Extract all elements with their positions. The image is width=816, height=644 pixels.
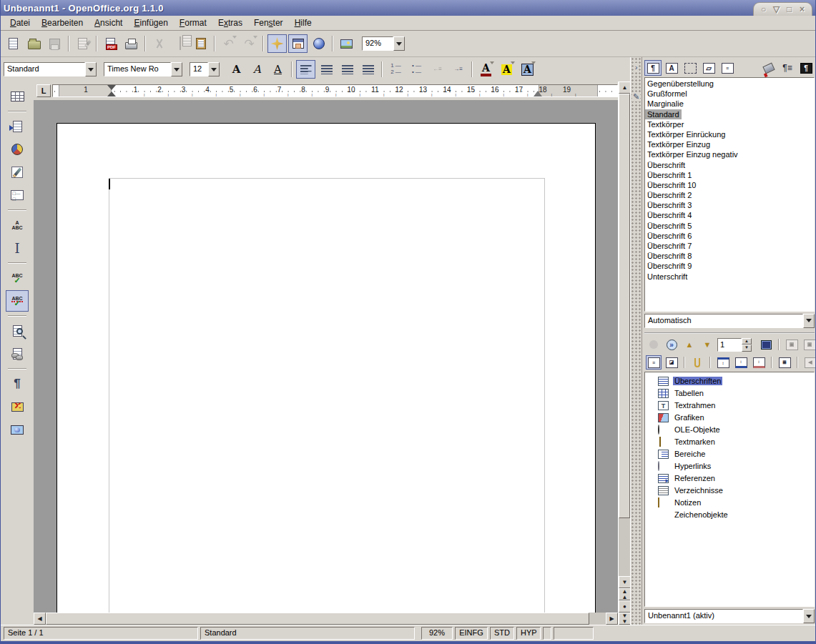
- increase-indent-button[interactable]: →≡: [448, 60, 468, 79]
- insert-table-button[interactable]: [6, 86, 29, 107]
- horizontal-ruler[interactable]: 1 1⊥2⊥3⊥4⊥5⊥6⊥7⊥8⊥9⊥10⊥11⊥12⊥13⊥14⊥15⊥16…: [52, 84, 618, 97]
- page-up-icon[interactable]: ▲: [742, 338, 752, 345]
- status-style[interactable]: Standard: [200, 627, 415, 640]
- style-item[interactable]: Überschrift 5: [645, 221, 814, 231]
- frame-styles-button[interactable]: [682, 60, 699, 76]
- numbered-list-button[interactable]: 1 —2 —: [386, 60, 405, 79]
- navigator-button[interactable]: [267, 34, 287, 53]
- set-reminder-button[interactable]: [689, 355, 705, 370]
- show-graphics-button[interactable]: [337, 34, 356, 53]
- back-button[interactable]: ▲: [682, 337, 697, 352]
- fill-format-button[interactable]: [760, 60, 777, 76]
- style-item[interactable]: Überschrift 1: [645, 170, 814, 180]
- nav-item-text-frames[interactable]: Textrahmen: [658, 400, 814, 412]
- zoom-value[interactable]: 92%: [362, 36, 393, 51]
- document-page[interactable]: [56, 123, 596, 613]
- nav-item-ole-objects[interactable]: OLE-Objekte: [658, 424, 814, 436]
- nav-item-sections[interactable]: Bereiche: [658, 448, 814, 460]
- scroll-left-icon[interactable]: ◀: [34, 613, 46, 625]
- zoom-dropdown-button[interactable]: [393, 36, 405, 51]
- online-layout-button[interactable]: [6, 419, 29, 440]
- menu-extras[interactable]: Extras: [213, 16, 247, 29]
- style-item-selected[interactable]: Standard: [645, 109, 682, 119]
- navigator-list[interactable]: Überschriften Tabellen Textrahmen Grafik…: [644, 372, 815, 608]
- header-button[interactable]: ↕: [715, 355, 731, 370]
- nav-item-tables[interactable]: Tabellen: [658, 387, 814, 400]
- draw-functions-button[interactable]: [6, 162, 29, 183]
- numbering-styles-button[interactable]: ≡: [719, 60, 736, 76]
- nav-item-references[interactable]: Referenzen: [658, 472, 814, 485]
- horizontal-scrollbar[interactable]: ◀ ▶: [34, 613, 618, 625]
- update-style-button[interactable]: ¶: [797, 60, 815, 76]
- export-pdf-button[interactable]: PDF: [101, 34, 120, 53]
- decrease-indent-button[interactable]: ←≡: [428, 60, 447, 79]
- nav-item-hyperlinks[interactable]: Hyperlinks: [658, 460, 814, 472]
- status-zoom[interactable]: 92%: [421, 627, 453, 640]
- nav-item-graphics[interactable]: Grafiken: [658, 412, 814, 424]
- edit-file-button[interactable]: [73, 34, 92, 53]
- autotext-button[interactable]: AABC: [6, 214, 29, 236]
- promote-chapter-button[interactable]: ▣: [784, 337, 800, 352]
- new-document-button[interactable]: [4, 34, 23, 53]
- anchor-text-button[interactable]: ↕: [751, 355, 767, 370]
- tab-type-selector[interactable]: L: [36, 84, 51, 97]
- style-item[interactable]: Textkörper Einzug negativ: [645, 149, 814, 159]
- panel-splitter[interactable]: › ✎: [630, 57, 642, 625]
- style-item[interactable]: Überschrift 4: [645, 210, 814, 220]
- hide-panel-icon[interactable]: ›: [634, 63, 639, 72]
- navigator-document-value[interactable]: Unbenannt1 (aktiv): [644, 609, 803, 623]
- nav-item-headings[interactable]: Überschriften: [658, 375, 814, 387]
- demote-chapter-button[interactable]: ▣: [802, 337, 816, 352]
- navigation-button[interactable]: »: [664, 337, 679, 352]
- insert-button[interactable]: [6, 116, 29, 137]
- show-root-button[interactable]: ◪: [664, 355, 679, 370]
- left-indent-marker[interactable]: [107, 91, 116, 96]
- style-filter-value[interactable]: Automatisch: [644, 314, 803, 328]
- style-item[interactable]: Überschrift: [645, 160, 814, 170]
- character-styles-button[interactable]: A: [663, 60, 680, 76]
- nav-item-bookmarks[interactable]: Textmarken: [658, 436, 814, 448]
- style-item[interactable]: Textkörper Einrückung: [645, 129, 814, 139]
- italic-button[interactable]: A: [247, 60, 267, 79]
- font-name-value[interactable]: Times New Ro: [104, 62, 171, 76]
- nav-item-indexes[interactable]: Verzeichnisse: [658, 485, 814, 497]
- maximize-icon[interactable]: □: [784, 4, 795, 15]
- stylist-button[interactable]: [288, 34, 308, 53]
- style-item[interactable]: Überschrift 7: [645, 241, 814, 251]
- dock-pin-icon[interactable]: ✎: [632, 92, 640, 101]
- outline-level-button[interactable]: ≣: [777, 355, 792, 370]
- highlight-button[interactable]: A: [497, 60, 516, 79]
- vertical-scrollbar[interactable]: ▲ ▼ ▲▲ ● ▼▼: [618, 81, 630, 625]
- drag-mode-button[interactable]: [758, 337, 774, 352]
- menu-bearbeiten[interactable]: Bearbeiten: [36, 16, 88, 29]
- gallery-button[interactable]: [309, 34, 328, 53]
- find-button[interactable]: [6, 320, 29, 342]
- align-center-button[interactable]: [317, 60, 336, 79]
- menu-datei[interactable]: Datei: [5, 16, 35, 29]
- direct-cursor-button[interactable]: I: [6, 237, 29, 259]
- menu-einfuegen[interactable]: Einfügen: [129, 16, 172, 29]
- scroll-up-icon[interactable]: ▲: [619, 81, 631, 94]
- style-item[interactable]: Unterschrift: [645, 272, 814, 282]
- navigator-document-dropdown-button[interactable]: [803, 609, 815, 623]
- undo-button[interactable]: ↶: [219, 34, 238, 53]
- paste-button[interactable]: [191, 34, 210, 53]
- scroll-right-icon[interactable]: ▶: [606, 613, 618, 625]
- bullet-list-button[interactable]: • —• —: [407, 60, 426, 79]
- images-toggle-button[interactable]: ✕: [6, 396, 29, 417]
- redo-button[interactable]: ↷: [240, 34, 259, 53]
- page-down-icon[interactable]: ▼: [742, 345, 752, 352]
- close-icon[interactable]: ×: [797, 4, 807, 15]
- font-size-value[interactable]: 12: [190, 62, 208, 76]
- page-number-value[interactable]: 1: [717, 338, 742, 352]
- toggle-master-view-button[interactable]: [646, 337, 662, 352]
- align-left-button[interactable]: [296, 60, 315, 79]
- font-color-button[interactable]: A: [476, 60, 496, 79]
- style-item[interactable]: Überschrift 8: [645, 251, 814, 261]
- minimize-icon[interactable]: ▽: [771, 4, 782, 15]
- style-item[interactable]: Gegenüberstellung: [645, 79, 814, 89]
- nav-item-draw-objects[interactable]: Zeichenobjekte: [658, 509, 814, 521]
- footer-button[interactable]: ↕: [733, 355, 749, 370]
- navigation-dot-button[interactable]: ●: [619, 600, 631, 613]
- menu-fenster[interactable]: Fenster: [249, 16, 288, 29]
